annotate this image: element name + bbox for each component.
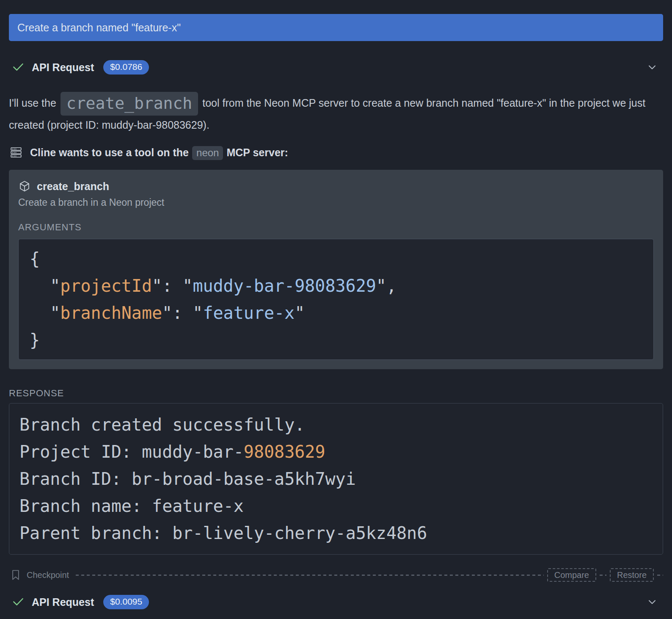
tool-card: create_branch Create a branch in a Neon …	[9, 170, 663, 369]
tool-name: create_branch	[37, 180, 109, 193]
inline-code-create-branch: create_branch	[61, 92, 198, 116]
arguments-code: { "projectId": "muddy-bar-98083629", "br…	[18, 239, 654, 360]
task-banner[interactable]: Create a branch named "feature-x"	[9, 14, 663, 41]
success-check-icon	[11, 61, 25, 74]
checkpoint-dotted-line	[657, 575, 663, 576]
checkpoint-row: Checkpoint Compare Restore	[9, 568, 663, 582]
checkpoint-dotted-line	[600, 575, 606, 576]
tool-use-text: Cline wants to use a tool on theneonMCP …	[30, 146, 288, 159]
success-check-icon	[11, 595, 25, 609]
restore-button[interactable]: Restore	[610, 568, 654, 582]
response-code: Branch created successfully.Project ID: …	[9, 403, 663, 555]
code-line: Parent branch: br-lively-cherry-a5kz48n6	[19, 520, 663, 547]
chat-panel: Create a branch named "feature-x" API Re…	[0, 0, 672, 610]
message-text-prefix: I'll use the	[9, 97, 56, 109]
tool-description: Create a branch in a Neon project	[18, 197, 654, 208]
task-banner-text: Create a branch named "feature-x"	[17, 22, 181, 34]
code-line: Project ID: muddy-bar-98083629	[19, 438, 663, 465]
api-request-row-2[interactable]: API Request $0.0095	[9, 594, 663, 610]
arguments-label: ARGUMENTS	[18, 222, 654, 233]
tool-use-header: Cline wants to use a tool on theneonMCP …	[9, 146, 663, 159]
api-request-label: API Request	[32, 596, 94, 608]
compare-button[interactable]: Compare	[547, 568, 596, 582]
api-request-row-1[interactable]: API Request $0.0786	[9, 60, 663, 75]
checkpoint-label: Checkpoint	[27, 570, 69, 580]
chevron-down-icon[interactable]	[646, 61, 658, 73]
code-line: Branch name: feature-x	[19, 492, 663, 520]
chevron-down-icon[interactable]	[646, 596, 658, 608]
mcp-server-icon	[10, 146, 22, 159]
package-cube-icon	[18, 180, 31, 193]
tool-name-row: create_branch	[18, 180, 654, 193]
api-request-label: API Request	[32, 61, 94, 74]
code-line: Branch ID: br-broad-base-a5kh7wyi	[19, 465, 663, 492]
assistant-message: I'll use thecreate_branchtool from the N…	[9, 92, 663, 134]
code-line: }	[30, 326, 653, 354]
response-label: RESPONSE	[9, 388, 663, 399]
api-cost-badge: $0.0786	[103, 60, 149, 75]
bookmark-icon	[11, 569, 20, 580]
checkpoint-dotted-line	[76, 575, 544, 576]
code-line: {	[30, 245, 653, 272]
code-line: "branchName": "feature-x"	[30, 299, 653, 326]
code-line: "projectId": "muddy-bar-98083629",	[30, 272, 653, 299]
api-cost-badge: $0.0095	[103, 595, 149, 609]
mcp-server-name-chip: neon	[192, 146, 223, 160]
code-line: Branch created successfully.	[19, 411, 663, 438]
